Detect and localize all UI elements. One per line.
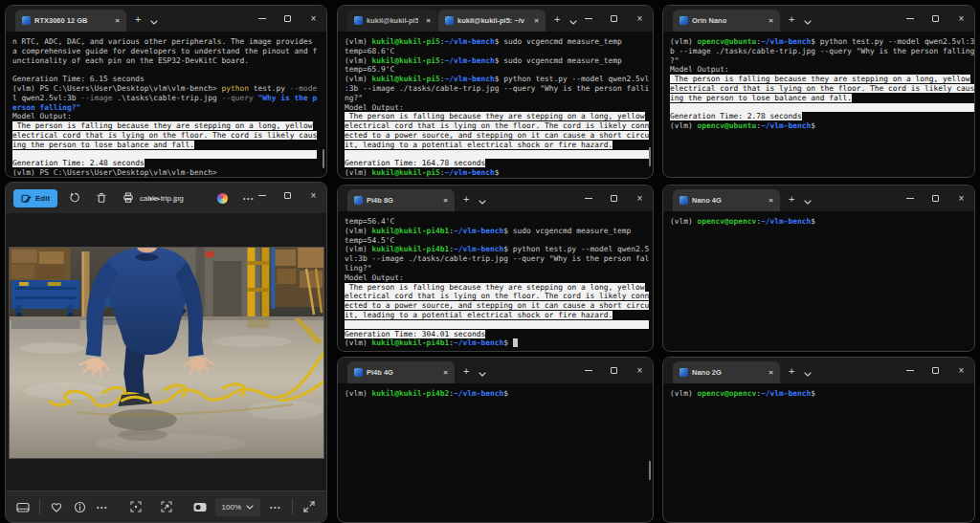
close-button[interactable]: × (301, 183, 326, 208)
terminal-output[interactable]: (vlm) opencv@opencv:~/vlm-bench$ (663, 211, 974, 351)
terminal-icon (679, 16, 688, 25)
tab-pi5-vlm-bench[interactable]: kukil@kukil-pi5: ~/v × (438, 10, 546, 32)
scrollbar[interactable] (323, 149, 324, 168)
new-tab-button[interactable]: + (789, 194, 794, 205)
maximize-button[interactable] (601, 185, 627, 211)
terminal-line: l qwen2.5vl:3b --image .\tasks\cable-tri… (12, 94, 326, 103)
minimize-button[interactable] (249, 6, 275, 32)
info-icon[interactable] (68, 495, 91, 518)
terminal-window-nano-2g: Nano 2G × + × (vlm) opencv@opencv:~/vlm-… (662, 357, 975, 523)
terminal-output[interactable]: (vlm) opencv@opencv:~/vlm-bench$ (663, 383, 974, 522)
maximize-button[interactable] (923, 185, 948, 211)
tab-label: Nano 2G (692, 368, 761, 377)
terminal-line: Model Output: (670, 65, 974, 75)
close-button[interactable]: × (948, 185, 974, 211)
close-button[interactable]: × (948, 358, 974, 383)
tab-rtx3060[interactable]: RTX3060 12 GB × (15, 10, 126, 32)
edit-button[interactable]: Edit (13, 189, 57, 207)
terminal-line: ling?" (345, 264, 653, 273)
tab-nano-4g[interactable]: Nano 4G × (673, 189, 780, 211)
terminal-output[interactable]: (vlm) kukil@kukil-pi5:~/vlm-bench$ sudo … (338, 32, 653, 178)
terminal-line: electrical cord that is lying on the flo… (670, 84, 974, 94)
minimize-button[interactable] (897, 358, 923, 383)
tab-close-icon[interactable]: × (768, 196, 773, 205)
new-tab-button[interactable]: + (554, 14, 560, 25)
minimize-button[interactable] (575, 185, 601, 211)
terminal-line: Generation Time: 304.01 seconds (345, 330, 653, 339)
terminal-line: n RTC, ADC, DAC, and various other perip… (12, 37, 326, 47)
tab-pi4b-8g[interactable]: Pi4b 8G × (347, 189, 455, 211)
minimize-button[interactable] (575, 6, 601, 32)
tab-dropdown-button[interactable] (479, 200, 486, 205)
terminal-line: (vlm) PS C:\Users\User\Desktop\vlm\vlm-b… (12, 168, 326, 177)
maximize-button[interactable] (601, 6, 627, 32)
terminal-line: erson falling?" (12, 103, 326, 113)
tab-dropdown-button[interactable] (804, 20, 812, 25)
close-button[interactable]: × (948, 6, 974, 32)
terminal-output[interactable]: n RTC, ADC, DAC, and various other perip… (6, 32, 326, 177)
terminal-line: (vlm) kukil@kukil-pi4b2:~/vlm-bench$ (345, 389, 653, 399)
zoom-fill-icon[interactable] (155, 495, 178, 518)
designer-icon[interactable] (217, 193, 228, 204)
tab-dropdown-button[interactable] (804, 372, 812, 377)
terminal-output[interactable]: (vlm) kukil@kukil-pi4b2:~/vlm-bench$ (338, 383, 653, 522)
rotate-icon[interactable] (63, 186, 86, 209)
tab-dropdown-button[interactable] (479, 372, 486, 377)
delete-icon[interactable] (90, 186, 113, 209)
minimize-button[interactable] (897, 185, 923, 211)
tab-close-icon[interactable]: × (443, 368, 448, 377)
tab-dropdown-button[interactable] (150, 20, 158, 25)
new-tab-button[interactable]: + (135, 14, 141, 25)
maximize-button[interactable] (601, 358, 627, 383)
new-tab-button[interactable]: + (463, 194, 469, 205)
tab-close-icon[interactable]: × (534, 16, 539, 25)
scrollbar[interactable] (649, 147, 651, 166)
terminal-output[interactable]: temp=56.4'C(vlm) kukil@kukil-pi4b1:~/vlm… (338, 211, 653, 351)
minimize-button[interactable] (897, 6, 923, 32)
new-tab-button[interactable]: + (789, 14, 794, 25)
more-zoom-options-icon[interactable]: ••• (264, 495, 287, 518)
minimize-button[interactable] (249, 183, 275, 208)
filmstrip-icon[interactable] (11, 495, 34, 518)
terminal-line: (vlm) opencv@ubuntu:~/vlm-bench$ python … (670, 37, 974, 47)
close-button[interactable]: × (627, 358, 653, 383)
tab-bar: Pi4b 4G × + × (338, 358, 653, 383)
tab-nano-2g[interactable]: Nano 2G × (673, 361, 780, 383)
edit-label: Edit (35, 194, 50, 203)
tab-close-icon[interactable]: × (768, 16, 773, 25)
new-tab-button[interactable]: + (463, 366, 469, 377)
tab-close-icon[interactable]: × (426, 16, 431, 25)
terminal-output[interactable]: (vlm) opencv@ubuntu:~/vlm-bench$ python … (663, 32, 974, 177)
zoom-level-dropdown[interactable]: 100% (215, 498, 260, 516)
tab-orin-nano[interactable]: Orin Nano × (673, 10, 780, 32)
minimize-button[interactable] (575, 358, 601, 383)
maximize-button[interactable] (275, 183, 301, 208)
terminal-line (12, 65, 326, 75)
favorite-icon[interactable] (45, 495, 68, 518)
tab-dropdown-button[interactable] (804, 200, 812, 205)
close-button[interactable]: × (301, 6, 326, 32)
tab-close-icon[interactable]: × (115, 16, 120, 25)
terminal-window-pi4b-8g: Pi4b 8G × + × temp=56.4'C(vlm) kukil@kuk… (337, 185, 654, 352)
canvas-background-toggle-icon[interactable] (189, 495, 212, 518)
maximize-button[interactable] (923, 6, 948, 32)
close-button[interactable]: × (627, 6, 653, 32)
tab-close-icon[interactable]: × (768, 368, 773, 377)
maximize-button[interactable] (923, 358, 948, 383)
new-tab-button[interactable]: + (789, 366, 794, 377)
terminal-line: Model Output: (345, 103, 653, 113)
terminal-line: ?" (670, 56, 974, 66)
more-tools-icon[interactable]: ••• (91, 495, 114, 518)
close-button[interactable]: × (627, 185, 653, 211)
terminal-line: it, leading to a potential electrical sh… (345, 141, 653, 150)
tab-pi4b-4g[interactable]: Pi4b 4G × (347, 361, 455, 383)
fullscreen-icon[interactable] (298, 495, 321, 518)
terminal-icon (354, 368, 363, 377)
cable-trip-photo (10, 248, 323, 458)
print-icon[interactable] (117, 186, 140, 209)
maximize-button[interactable] (275, 6, 301, 32)
tab-pi5-home[interactable]: kukil@kukil-pi5: ~ × (347, 10, 437, 32)
zoom-fit-icon[interactable] (124, 495, 147, 518)
scrollbar[interactable] (649, 461, 651, 480)
tab-close-icon[interactable]: × (443, 196, 448, 205)
